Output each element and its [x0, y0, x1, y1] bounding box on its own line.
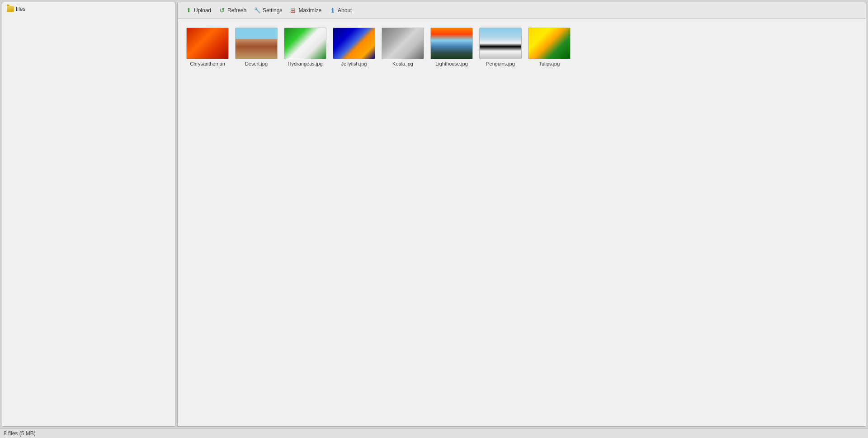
file-name: Desert.jpg: [245, 61, 268, 66]
upload-button[interactable]: Upload: [181, 5, 215, 15]
file-thumbnail: [235, 28, 278, 59]
file-item[interactable]: Jellyfish.jpg: [331, 26, 377, 68]
maximize-label: Maximize: [298, 7, 321, 14]
about-button[interactable]: About: [325, 5, 355, 15]
main-container: files Upload Refresh Settings Maximize: [0, 0, 868, 429]
file-item[interactable]: Lighthouse.jpg: [429, 26, 474, 68]
folder-icon: [7, 6, 14, 12]
status-text: 8 files (5 MB): [4, 430, 36, 437]
file-item[interactable]: Hydrangeas.jpg: [283, 26, 328, 68]
file-area: ChrysanthemunDesert.jpgHydrangeas.jpgJel…: [178, 19, 866, 426]
maximize-button[interactable]: Maximize: [286, 5, 325, 15]
file-name: Koala.jpg: [392, 61, 413, 66]
file-name: Jellyfish.jpg: [341, 61, 367, 66]
about-label: About: [338, 7, 352, 14]
file-thumbnail: [284, 28, 326, 59]
file-item[interactable]: Desert.jpg: [234, 26, 279, 68]
file-thumbnail: [479, 28, 522, 59]
settings-button[interactable]: Settings: [250, 5, 286, 15]
file-item[interactable]: Tulips.jpg: [527, 26, 572, 68]
settings-label: Settings: [263, 7, 282, 14]
file-thumbnail: [528, 28, 571, 59]
file-item[interactable]: Penguins.jpg: [478, 26, 523, 68]
file-item[interactable]: Chrysanthemun: [185, 26, 230, 68]
file-thumbnail: [186, 28, 229, 59]
sidebar-tree: files: [2, 2, 175, 426]
refresh-icon: [218, 7, 226, 14]
file-item[interactable]: Koala.jpg: [380, 26, 425, 68]
file-name: Chrysanthemun: [190, 61, 225, 66]
file-name: Hydrangeas.jpg: [288, 61, 322, 66]
maximize-icon: [289, 7, 297, 14]
refresh-button[interactable]: Refresh: [215, 5, 250, 15]
file-thumbnail: [382, 28, 424, 59]
about-icon: [329, 7, 336, 14]
file-thumbnail: [430, 28, 473, 59]
upload-label: Upload: [194, 7, 211, 14]
file-name: Lighthouse.jpg: [435, 61, 468, 66]
sidebar: files: [2, 2, 175, 427]
settings-icon: [254, 7, 261, 14]
status-bar: 8 files (5 MB): [0, 429, 868, 438]
refresh-label: Refresh: [227, 7, 246, 14]
file-name: Penguins.jpg: [486, 61, 515, 66]
file-name: Tulips.jpg: [539, 61, 560, 66]
right-panel: Upload Refresh Settings Maximize About C…: [177, 2, 866, 427]
sidebar-item-label: files: [16, 6, 25, 12]
file-thumbnail: [333, 28, 375, 59]
toolbar: Upload Refresh Settings Maximize About: [178, 2, 866, 19]
upload-icon: [185, 7, 192, 14]
sidebar-item-files[interactable]: files: [5, 5, 172, 13]
